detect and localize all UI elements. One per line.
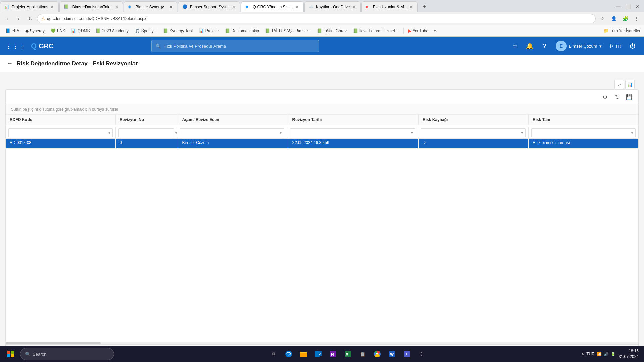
address-input[interactable]: ⚠ qgrcdemo.bimser.com.tr/QDMSNET/BSAT/De… [37,14,596,23]
avatar: E [556,41,567,51]
bookmark-tai[interactable]: 📗 TAİ TUSAŞ - Bimser... [262,27,314,34]
export-excel-btn[interactable]: 📊 [625,80,635,89]
filter-funnel-icon[interactable]: ▼ [629,131,635,135]
tab-bimser-danisman[interactable]: 📗 -BimserDanismanTak... ✕ [59,1,123,12]
col-header-tanim[interactable]: Risk Tanı [529,115,638,125]
chrome-icon[interactable] [371,347,384,361]
expand-view-btn[interactable]: ⤢ [614,80,624,89]
forward-btn[interactable]: › [14,14,23,23]
tab-close-btn[interactable]: ✕ [232,4,236,10]
filter-funnel-icon[interactable]: ▼ [519,131,525,135]
tab-projeler[interactable]: 📊 Projeler Applications ✕ [0,1,59,12]
restore-btn[interactable]: ⬜ [624,3,632,11]
app-grid-icon[interactable]: ⋮⋮⋮ [5,42,25,50]
tab-close-btn[interactable]: ✕ [169,4,173,10]
profile-icon[interactable]: 👤 [609,14,619,23]
tab-support[interactable]: 🔵 Bimser Support Syst... ✕ [178,1,240,12]
tab-favicon: ◆ [245,4,251,10]
global-search[interactable]: 🔍 Hızlı Politika ve Prosedür Arama [151,40,319,52]
col-header-kaynak[interactable]: Risk Kaynağı [419,115,529,125]
task-view-icon[interactable]: ⧉ [267,347,281,361]
teams-icon[interactable]: T [400,347,414,361]
col-header-acan[interactable]: Açan / Revize Eden [178,115,288,125]
bookmark-synergy-test[interactable]: 📗 Synergy Test [160,27,195,34]
bookmark-synergy[interactable]: ◆ Synergy [23,27,47,34]
bookmark-star-icon[interactable]: ☆ [598,14,607,23]
filter-funnel-icon[interactable]: ▼ [409,131,415,135]
filter-revtar-input[interactable] [290,130,409,135]
col-header-revtar[interactable]: Revizyon Tarihi [288,115,419,125]
system-tray: ∧ TUR 📶 🔊 🔋 [581,352,616,356]
tab-qgrc[interactable]: ◆ Q-GRC Yönetim Sist... ✕ [241,1,303,12]
user-profile-btn[interactable]: E Bimser Çözüm ▾ [553,39,604,53]
bookmark-ilave[interactable]: 📗 İlave Fatura. Hizmet... [350,27,401,34]
tab-close-btn[interactable]: ✕ [115,4,119,10]
language-btn[interactable]: 🏳 TR [607,42,624,50]
refresh-btn[interactable]: ↻ [612,92,622,102]
filter-kaynak-input[interactable] [421,130,519,135]
favorites-icon[interactable]: ☆ [509,40,521,52]
filter-funnel-icon[interactable]: ▼ [106,131,112,135]
minimize-btn[interactable]: ─ [614,3,623,11]
filter-funnel-icon[interactable]: ▼ [278,131,284,135]
clock[interactable]: 18:16 31.07.2024 [619,348,639,360]
col-header-rdfd[interactable]: RDFD Kodu [6,115,116,125]
tab-close-btn[interactable]: ✕ [295,4,299,10]
tab-close-btn[interactable]: ✕ [352,4,356,10]
bookmark-qdms[interactable]: 📊 QDMS [68,27,92,34]
wifi-icon[interactable]: 📶 [597,352,602,356]
filter-rdfd-input[interactable] [9,130,106,135]
bookmark-danisman[interactable]: 📗 DanismanTakip [222,27,262,34]
sound-icon[interactable]: 🔊 [604,352,609,356]
taskbar-app1-icon[interactable]: 📋 [356,347,369,361]
edge-icon[interactable] [282,347,296,361]
back-button[interactable]: ← [7,60,13,67]
bookmark-eba[interactable]: 📘 eBA [3,27,22,34]
back-btn[interactable]: ‹ [3,14,12,23]
battery-icon[interactable]: 🔋 [611,352,616,356]
start-button[interactable] [3,346,19,362]
column-filter-btn[interactable]: ⚙ [600,92,610,102]
excel-icon[interactable]: X [341,347,355,361]
tab-close-btn[interactable]: ✕ [50,4,54,10]
bookmark-ens[interactable]: 💚 ENS [48,27,68,34]
save-view-btn[interactable]: 💾 [624,92,634,102]
bookmark-youtube[interactable]: ▶ YouTube [406,27,431,34]
bookmarks-more-btn[interactable]: » [432,27,439,35]
tab-onedrive[interactable]: ☁️ Kayıtlar - OneDrive ✕ [304,1,361,12]
bookmark-spotify[interactable]: 🎵 Spotify [132,27,156,34]
power-icon[interactable]: ⏻ [627,40,639,52]
tray-up-icon[interactable]: ∧ [581,352,584,356]
filter-rdfd: ▼ [6,127,116,138]
taskbar-search[interactable]: 🔍 Search [20,348,114,360]
taskbar-right: ∧ TUR 📶 🔊 🔋 18:16 31.07.2024 [581,348,641,360]
security-icon[interactable]: 🛡 [415,347,428,361]
filter-revno-input[interactable] [119,130,173,135]
user-name: Bimser Çözüm [569,44,597,49]
tab-close-btn[interactable]: ✕ [409,4,413,10]
settings-icon[interactable]: ⋮ [632,14,641,23]
search-icon: 🔍 [156,44,161,49]
horizontal-scrollbar[interactable] [6,342,638,344]
notification-icon[interactable]: 🔔 [524,40,536,52]
tab-synergy[interactable]: ◆ Bimser Synergy ✕ [124,1,177,12]
reload-btn[interactable]: ↻ [25,14,35,23]
table-row[interactable]: RD.001.008 0 Bimser Çözüm 22.05.2024 16:… [6,137,638,149]
bookmark-academy[interactable]: 📗 2023 Academy [93,27,131,34]
page-header: ← Risk Değerlendirme Detay - Eski Revizy… [0,55,644,72]
bookmark-projeler[interactable]: 📊 Projeler [196,27,222,34]
onenote-icon[interactable]: N [326,347,340,361]
filter-acan-input[interactable] [180,130,277,135]
outlook-icon[interactable]: O [312,347,325,361]
new-tab-btn[interactable]: + [418,1,430,12]
extensions-icon[interactable]: 🧩 [621,14,630,23]
filter-tanim-input[interactable] [532,130,629,135]
close-window-btn[interactable]: ✕ [633,3,641,11]
bookmark-egitim[interactable]: 📗 Eğitim Görev [314,27,349,34]
tab-bar: 📊 Projeler Applications ✕ 📗 -BimserDanis… [0,0,644,12]
file-explorer-icon[interactable] [297,347,310,361]
word-icon[interactable]: W [385,347,399,361]
tab-youtube[interactable]: ▶ Ekin Uzunlar & M... ✕ [361,1,418,12]
col-header-revno[interactable]: Revizyon No [116,115,178,125]
help-icon[interactable]: ? [538,40,550,52]
